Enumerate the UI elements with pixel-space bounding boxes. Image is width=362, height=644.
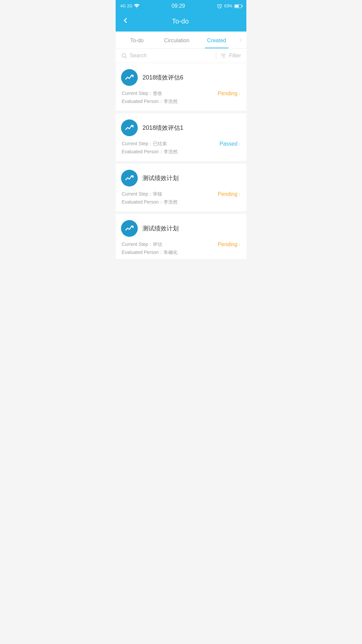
item-status-badge[interactable]: Pending › <box>218 91 240 97</box>
list-item[interactable]: 测试绩效计划 Current Step：审核 Pending › Evaluat… <box>116 164 246 211</box>
filter-section[interactable]: Filter <box>220 53 241 59</box>
chevron-right-icon: › <box>239 192 240 197</box>
header-title: To-do <box>131 17 230 25</box>
item-step-row: Current Step：签收 Pending › <box>122 91 240 97</box>
search-section[interactable]: Search <box>121 53 212 59</box>
list-item[interactable]: 测试绩效计划 Current Step：评估 Pending › Evaluat… <box>116 214 246 259</box>
item-status-badge[interactable]: Passed › <box>220 141 240 147</box>
item-title: 2018绩效评估1 <box>142 124 183 132</box>
item-step-label: Current Step：已结束 <box>122 141 167 147</box>
item-header: 2018绩效评估6 <box>121 69 240 86</box>
back-button[interactable] <box>122 16 131 26</box>
item-title: 2018绩效评估6 <box>142 73 183 82</box>
item-header: 测试绩效计划 <box>121 170 240 186</box>
item-step-label: Current Step：签收 <box>122 91 162 97</box>
battery-percent: 63% <box>224 4 232 8</box>
item-person-row: Evaluated Person：朱确化 <box>122 250 240 256</box>
status-bar: 4G 2G 09:29 63% <box>116 0 246 12</box>
tab-bar: To-do Circulation Created › <box>116 32 246 49</box>
app-header: To-do <box>116 12 246 32</box>
wifi-icon <box>134 4 140 8</box>
chevron-right-icon: › <box>239 242 240 247</box>
item-person-row: Evaluated Person：李浩然 <box>122 199 240 205</box>
item-person-row: Evaluated Person：李浩然 <box>122 149 240 155</box>
item-person-label: Evaluated Person：李浩然 <box>122 149 178 155</box>
search-divider <box>216 52 216 59</box>
search-label: Search <box>130 53 147 59</box>
tab-scroll-arrow: › <box>237 37 245 43</box>
item-details: Current Step：审核 Pending › Evaluated Pers… <box>121 191 240 205</box>
status-battery-area: 63% <box>217 3 242 9</box>
svg-line-2 <box>220 6 220 7</box>
chevron-right-icon: › <box>239 91 240 96</box>
filter-icon <box>220 53 226 59</box>
item-title: 测试绩效计划 <box>142 224 179 232</box>
item-person-label: Evaluated Person：李浩然 <box>122 199 178 205</box>
list-item[interactable]: 2018绩效评估6 Current Step：签收 Pending › Eval… <box>116 63 246 111</box>
search-bar: Search Filter <box>116 49 246 63</box>
search-icon <box>121 53 127 59</box>
item-person-row: Evaluated Person：李浩然 <box>122 99 240 105</box>
chevron-right-icon: › <box>239 141 240 147</box>
filter-label: Filter <box>229 53 241 59</box>
item-title: 测试绩效计划 <box>142 174 179 182</box>
item-details: Current Step：已结束 Passed › Evaluated Pers… <box>121 141 240 155</box>
item-details: Current Step：评估 Pending › Evaluated Pers… <box>121 241 240 256</box>
status-time: 09:29 <box>172 3 185 9</box>
svg-point-5 <box>224 57 225 58</box>
item-step-label: Current Step：评估 <box>122 241 162 248</box>
item-step-label: Current Step：审核 <box>122 191 162 197</box>
item-icon <box>121 119 138 136</box>
item-details: Current Step：签收 Pending › Evaluated Pers… <box>121 91 240 105</box>
battery-icon <box>234 4 242 8</box>
item-person-label: Evaluated Person：朱确化 <box>122 250 178 256</box>
signal-2g: 2G <box>127 4 132 8</box>
svg-line-4 <box>125 57 126 58</box>
item-step-row: Current Step：审核 Pending › <box>122 191 240 197</box>
tab-todo[interactable]: To-do <box>117 32 157 48</box>
item-header: 测试绩效计划 <box>121 220 240 237</box>
item-header: 2018绩效评估1 <box>121 119 240 136</box>
item-status-badge[interactable]: Pending › <box>218 191 240 197</box>
item-person-label: Evaluated Person：李浩然 <box>122 99 178 105</box>
tab-circulation[interactable]: Circulation <box>157 32 197 48</box>
item-icon <box>121 69 138 86</box>
signal-4g: 4G <box>120 4 126 8</box>
items-list: 2018绩效评估6 Current Step：签收 Pending › Eval… <box>116 63 246 259</box>
item-icon <box>121 170 138 186</box>
list-item[interactable]: 2018绩效评估1 Current Step：已结束 Passed › Eval… <box>116 113 246 161</box>
item-status-badge[interactable]: Pending › <box>218 241 240 248</box>
tab-created[interactable]: Created <box>197 32 237 48</box>
status-signal: 4G 2G <box>120 4 140 8</box>
item-step-row: Current Step：已结束 Passed › <box>122 141 240 147</box>
item-step-row: Current Step：评估 Pending › <box>122 241 240 248</box>
alarm-icon <box>217 3 222 9</box>
item-icon <box>121 220 138 237</box>
